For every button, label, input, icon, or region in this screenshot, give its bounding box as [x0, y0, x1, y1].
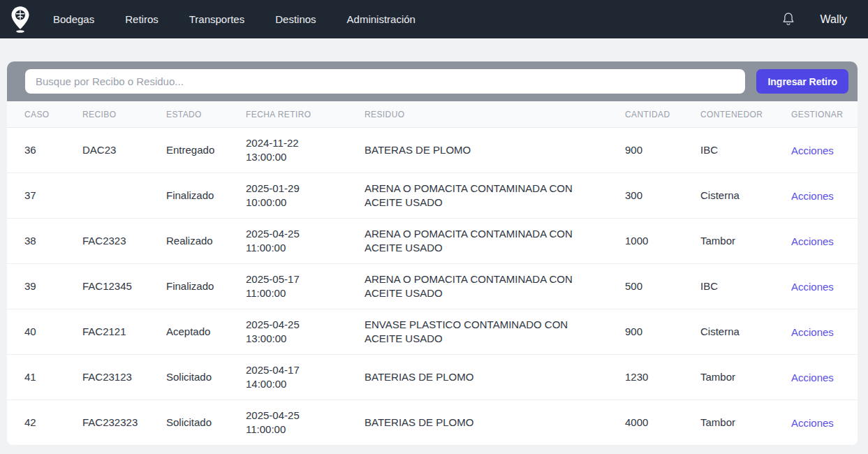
table-row: 36 DAC23 Entregado 2024-11-22 13:00:00 B… — [7, 128, 858, 173]
cell-cantidad: 300 — [625, 189, 700, 203]
nav-item-destinos[interactable]: Destinos — [275, 13, 316, 25]
cell-estado: Entregado — [166, 143, 246, 157]
cell-fecha-retiro: 2025-01-29 10:00:00 — [246, 182, 310, 210]
top-navbar: Bodegas Retiros Transportes Destinos Adm… — [0, 0, 868, 38]
cell-cantidad: 900 — [625, 143, 700, 157]
cell-caso: 40 — [24, 325, 82, 339]
acciones-link[interactable]: Acciones — [791, 235, 858, 247]
retiros-card: Ingresar Retiro CASO RECIBO ESTADO FECHA… — [7, 61, 858, 446]
nav-item-bodegas[interactable]: Bodegas — [53, 13, 94, 25]
cell-estado: Solicitado — [166, 370, 246, 384]
col-cantidad: CANTIDAD — [625, 110, 700, 119]
cell-contenedor: IBC — [700, 143, 791, 157]
cell-recibo: FAC12345 — [82, 279, 166, 293]
cell-recibo: DAC23 — [82, 143, 166, 157]
location-pin-icon — [10, 6, 31, 34]
cell-cantidad: 1230 — [625, 370, 700, 384]
cell-residuo: ARENA O POMACITA CONTAMINADA CON ACEITE … — [365, 227, 608, 256]
col-residuo: RESIDUO — [365, 110, 625, 119]
cell-estado: Finalizado — [166, 189, 246, 203]
bell-icon[interactable] — [781, 11, 796, 28]
table-row: 39 FAC12345 Finalizado 2025-05-17 11:00:… — [7, 264, 858, 309]
cell-contenedor: Cisterna — [700, 325, 791, 339]
acciones-link[interactable]: Acciones — [791, 145, 858, 156]
cell-fecha-retiro: 2025-05-17 11:00:00 — [246, 272, 310, 301]
col-contenedor: CONTENEDOR — [700, 110, 791, 119]
acciones-link[interactable]: Acciones — [791, 417, 858, 429]
cell-residuo: BATERIAS DE PLOMO — [365, 370, 608, 384]
nav-item-administracion[interactable]: Administración — [347, 13, 415, 25]
cell-contenedor: Cisterna — [700, 189, 791, 203]
acciones-link[interactable]: Acciones — [791, 190, 858, 202]
table-row: 41 FAC23123 Solicitado 2025-04-17 14:00:… — [7, 355, 858, 400]
cell-recibo: FAC232323 — [82, 416, 166, 430]
cell-estado: Realizado — [166, 234, 246, 248]
search-toolbar: Ingresar Retiro — [7, 61, 858, 101]
table-row: 40 FAC2121 Aceptado 2025-04-25 13:00:00 … — [7, 309, 858, 355]
acciones-link[interactable]: Acciones — [791, 372, 858, 383]
main-nav: Bodegas Retiros Transportes Destinos Adm… — [53, 13, 415, 25]
cell-fecha-retiro: 2025-04-25 11:00:00 — [246, 409, 310, 437]
acciones-link[interactable]: Acciones — [791, 281, 858, 293]
cell-caso: 38 — [24, 234, 82, 248]
acciones-link[interactable]: Acciones — [791, 326, 858, 338]
table-row: 38 FAC2323 Realizado 2025-04-25 11:00:00… — [7, 219, 858, 264]
cell-contenedor: Tambor — [700, 370, 791, 384]
cell-fecha-retiro: 2025-04-17 14:00:00 — [246, 363, 310, 392]
cell-recibo: FAC2323 — [82, 234, 166, 248]
cell-recibo: FAC23123 — [82, 370, 166, 384]
cell-fecha-retiro: 2025-04-25 13:00:00 — [246, 318, 310, 346]
table-row: 42 FAC232323 Solicitado 2025-04-25 11:00… — [7, 400, 858, 446]
nav-item-transportes[interactable]: Transportes — [189, 13, 244, 25]
cell-contenedor: IBC — [700, 279, 791, 293]
cell-cantidad: 500 — [625, 279, 700, 293]
navbar-right: Wally — [781, 11, 847, 28]
cell-residuo: ARENA O POMACITA CONTAMINADA CON ACEITE … — [365, 272, 608, 301]
col-estado: ESTADO — [166, 110, 246, 119]
cell-fecha-retiro: 2025-04-25 11:00:00 — [246, 227, 310, 256]
col-caso: CASO — [24, 110, 82, 119]
table-row: 37 Finalizado 2025-01-29 10:00:00 ARENA … — [7, 173, 858, 219]
col-fecha-retiro: FECHA RETIRO — [246, 110, 365, 119]
cell-fecha-retiro: 2024-11-22 13:00:00 — [246, 136, 310, 165]
brand-logo[interactable] — [8, 5, 32, 34]
cell-recibo: FAC2121 — [82, 325, 166, 339]
cell-caso: 37 — [24, 189, 82, 203]
user-menu[interactable]: Wally — [820, 13, 847, 26]
cell-cantidad: 1000 — [625, 234, 700, 248]
cell-estado: Aceptado — [166, 325, 246, 339]
cell-estado: Finalizado — [166, 279, 246, 293]
cell-caso: 39 — [24, 279, 82, 293]
cell-residuo: ARENA O POMACITA CONTAMINADA CON ACEITE … — [365, 182, 608, 210]
table-header: CASO RECIBO ESTADO FECHA RETIRO RESIDUO … — [7, 101, 858, 128]
ingresar-retiro-button[interactable]: Ingresar Retiro — [756, 69, 848, 94]
cell-residuo: BATERAS DE PLOMO — [365, 143, 608, 157]
search-input[interactable] — [25, 69, 745, 94]
cell-residuo: BATERIAS DE PLOMO — [365, 416, 608, 430]
cell-estado: Solicitado — [166, 416, 246, 430]
col-gestionar: GESTIONAR — [791, 110, 858, 119]
cell-caso: 36 — [24, 143, 82, 157]
cell-caso: 42 — [24, 416, 82, 430]
nav-item-retiros[interactable]: Retiros — [125, 13, 159, 25]
cell-cantidad: 900 — [625, 325, 700, 339]
cell-contenedor: Tambor — [700, 234, 791, 248]
cell-residuo: ENVASE PLASTICO CONTAMINADO CON ACEITE U… — [365, 318, 608, 346]
cell-caso: 41 — [24, 370, 82, 384]
cell-cantidad: 4000 — [625, 416, 700, 430]
cell-contenedor: Tambor — [700, 416, 791, 430]
col-recibo: RECIBO — [82, 110, 166, 119]
